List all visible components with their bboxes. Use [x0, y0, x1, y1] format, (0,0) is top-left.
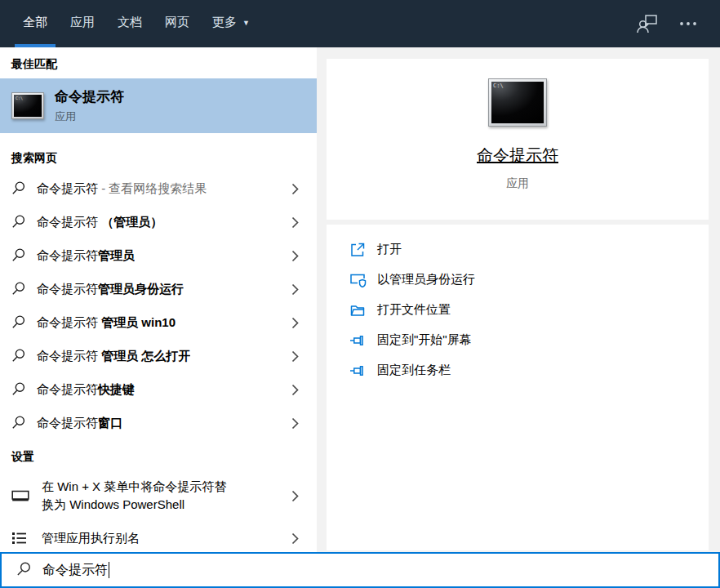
web-suggestion-row[interactable]: 命令提示符管理员身份运行	[0, 273, 317, 306]
action-open-file-location[interactable]: 打开文件位置	[327, 295, 709, 325]
suggestion-text: 命令提示符	[37, 349, 101, 363]
chevron-right-icon	[291, 350, 299, 363]
folder-icon	[349, 302, 371, 318]
action-label: 以管理员身份运行	[377, 272, 475, 287]
suggestion-bold: 管理员 win10	[101, 315, 176, 329]
chevron-right-icon	[291, 216, 299, 229]
tab-bar: 全部 应用 文档 网页 更多 ▼	[0, 0, 720, 47]
app-actions-card: 打开 以管理员身份运行 打开文件位置	[327, 225, 709, 550]
web-suggestion-row[interactable]: 命令提示符 管理员 怎么打开	[0, 340, 317, 373]
tab-web-label: 网页	[165, 15, 189, 30]
cmd-app-icon-large: C:\	[488, 78, 547, 127]
settings-item-line2: 换为 Windows PowerShell	[42, 496, 226, 514]
chevron-right-icon	[291, 490, 299, 502]
tab-all-label: 全部	[23, 15, 47, 30]
chevron-right-icon	[291, 283, 299, 296]
suggestion-gray: - 查看网络搜索结果	[98, 181, 207, 195]
chevron-right-icon	[291, 384, 299, 396]
web-suggestion-row[interactable]: 命令提示符窗口	[0, 407, 317, 440]
pin-icon	[349, 363, 371, 379]
more-options-icon[interactable]	[679, 16, 697, 32]
search-icon	[11, 314, 26, 332]
action-label: 打开文件位置	[377, 302, 451, 318]
best-match-subtitle: 应用	[55, 109, 124, 124]
suggestion-bold: 窗口	[98, 416, 122, 430]
tab-apps[interactable]: 应用	[62, 0, 103, 47]
action-label: 固定到"开始"屏幕	[377, 332, 472, 348]
suggestion-bold: （管理员）	[101, 215, 162, 229]
suggestion-text: 命令提示符	[37, 181, 98, 195]
suggestion-text: 命令提示符	[37, 315, 101, 329]
best-match-result[interactable]: C:\ 命令提示符 应用	[0, 78, 317, 133]
run-as-admin-icon	[349, 272, 371, 288]
search-icon	[11, 247, 26, 265]
suggestion-text: 命令提示符	[37, 248, 98, 262]
web-suggestion-row[interactable]: 命令提示符 管理员 win10	[0, 306, 317, 340]
chevron-right-icon	[291, 532, 299, 545]
topbar-actions	[637, 0, 720, 47]
list-icon	[11, 531, 31, 546]
tab-documents[interactable]: 文档	[109, 0, 150, 47]
suggestion-text: 命令提示符	[37, 282, 98, 296]
tab-all[interactable]: 全部	[15, 0, 56, 47]
search-icon	[11, 180, 26, 198]
best-match-title: 命令提示符	[55, 87, 124, 106]
tab-more[interactable]: 更多 ▼	[204, 0, 258, 47]
app-subtitle: 应用	[327, 176, 709, 191]
chevron-right-icon	[291, 417, 299, 430]
pin-icon	[349, 332, 371, 349]
search-query-text: 命令提示符	[42, 562, 108, 579]
action-label: 固定到任务栏	[377, 363, 451, 378]
search-input[interactable]: 命令提示符	[0, 552, 720, 588]
results-panel: 最佳匹配 C:\ 命令提示符 应用 搜索网页 命令提示符 - 查看网络搜索结果 …	[0, 47, 317, 552]
search-icon	[16, 561, 32, 580]
chevron-down-icon: ▼	[242, 19, 250, 27]
chevron-right-icon	[291, 250, 299, 262]
app-preview-card: C:\ 命令提示符 应用	[327, 59, 709, 220]
feedback-user-icon[interactable]	[637, 14, 658, 33]
suggestion-bold: 快捷键	[98, 382, 135, 396]
settings-result-row[interactable]: 管理应用执行别名	[0, 520, 317, 552]
settings-item-line1: 在 Win + X 菜单中将命令提示符替	[42, 478, 226, 496]
chevron-right-icon	[291, 317, 299, 329]
settings-header: 设置	[0, 440, 317, 471]
search-icon	[11, 348, 26, 366]
search-icon	[11, 281, 26, 299]
best-match-header: 最佳匹配	[0, 47, 317, 78]
suggestion-bold: 管理员身份运行	[98, 282, 184, 296]
scrollbar-track	[709, 47, 720, 552]
suggestion-bold: 管理员 怎么打开	[101, 349, 190, 363]
tab-documents-label: 文档	[118, 15, 142, 30]
web-suggestion-row[interactable]: 命令提示符快捷键	[0, 373, 317, 407]
tab-apps-label: 应用	[70, 15, 95, 30]
tab-web[interactable]: 网页	[157, 0, 198, 47]
display-icon	[11, 488, 31, 503]
web-suggestion-row[interactable]: 命令提示符 （管理员）	[0, 206, 317, 239]
search-icon	[11, 415, 26, 433]
web-suggestion-row[interactable]: 命令提示符 - 查看网络搜索结果	[0, 172, 317, 206]
action-pin-to-start[interactable]: 固定到"开始"屏幕	[327, 325, 709, 355]
open-icon	[349, 242, 371, 258]
action-run-as-admin[interactable]: 以管理员身份运行	[327, 265, 709, 295]
search-flyout: 全部 应用 文档 网页 更多 ▼	[0, 0, 720, 588]
settings-result-row[interactable]: 在 Win + X 菜单中将命令提示符替 换为 Windows PowerShe…	[0, 471, 317, 520]
action-open[interactable]: 打开	[327, 234, 709, 265]
action-pin-to-taskbar[interactable]: 固定到任务栏	[327, 355, 709, 385]
search-icon	[11, 214, 26, 232]
suggestion-bold: 管理员	[98, 248, 135, 262]
tab-more-label: 更多	[212, 15, 237, 30]
suggestion-text: 命令提示符	[37, 416, 98, 430]
search-filter-tabs: 全部 应用 文档 网页 更多 ▼	[15, 0, 258, 47]
settings-item-line1: 管理应用执行别名	[42, 529, 140, 547]
chevron-right-icon	[291, 183, 299, 195]
app-title-link[interactable]: 命令提示符	[327, 145, 709, 167]
cmd-app-icon: C:\	[11, 92, 44, 119]
web-search-header: 搜索网页	[0, 133, 317, 172]
search-icon	[11, 381, 26, 399]
suggestion-text: 命令提示符	[37, 382, 98, 396]
action-label: 打开	[377, 242, 402, 257]
web-suggestion-row[interactable]: 命令提示符管理员	[0, 239, 317, 273]
suggestion-text: 命令提示符	[37, 215, 101, 229]
text-caret	[109, 562, 109, 578]
